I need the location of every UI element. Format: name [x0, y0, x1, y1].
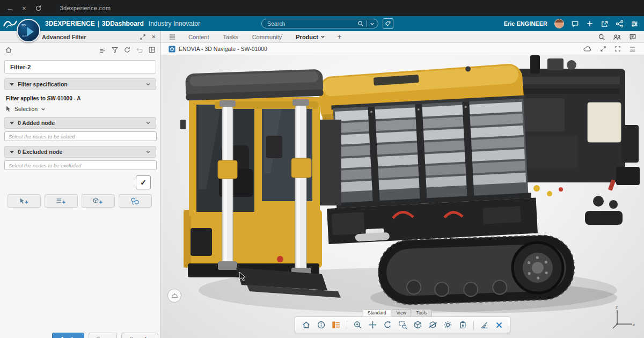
- cloud-icon[interactable]: [583, 46, 592, 52]
- zoom-in-icon[interactable]: [353, 320, 362, 329]
- compass-play-icon: [27, 27, 34, 36]
- gear-icon[interactable]: [443, 320, 452, 329]
- iso-view-icon[interactable]: [413, 320, 422, 329]
- tab-content[interactable]: Content: [181, 31, 216, 43]
- apply-button[interactable]: Apply: [52, 333, 84, 338]
- applies-to-text: Filter applies to SW-01000 - A: [6, 95, 160, 101]
- search-input[interactable]: [267, 20, 357, 27]
- chevron-down-icon: [320, 34, 325, 39]
- sync-icon[interactable]: [123, 46, 131, 54]
- chevron-down-icon[interactable]: [145, 120, 151, 126]
- 3d-viewport[interactable]: z x Standard View Tools: [161, 55, 644, 338]
- mode-tab-view[interactable]: View: [392, 309, 411, 317]
- add-list-button[interactable]: [45, 194, 78, 208]
- home-icon[interactable]: [5, 46, 12, 54]
- align-icon[interactable]: [99, 46, 106, 54]
- viewer-title: ENOVIA - 3D Navigate - SW-01000: [179, 46, 267, 52]
- app-name: 3DDashboard: [102, 20, 144, 27]
- tab-tasks[interactable]: Tasks: [216, 31, 245, 43]
- tab-community[interactable]: Community: [245, 31, 289, 43]
- save-as-button[interactable]: Save As: [121, 333, 158, 338]
- excluded-node-label: 0 Excluded node: [18, 149, 62, 155]
- browser-stop-icon[interactable]: ×: [22, 4, 26, 12]
- search-icon[interactable]: [598, 33, 605, 41]
- validate-button[interactable]: ✓: [136, 175, 151, 189]
- compass-badge[interactable]: 3D V,R: [17, 19, 40, 42]
- viewer-mode-tabs: Standard View Tools: [363, 309, 433, 317]
- section-caret-icon: [10, 83, 14, 86]
- brand-divider: |: [98, 20, 99, 27]
- added-node-section-header[interactable]: 0 Added node: [4, 117, 156, 129]
- layout-icon[interactable]: [148, 46, 156, 54]
- dashboard-context[interactable]: Industry Innovator: [149, 20, 200, 27]
- selection-dropdown[interactable]: Selection: [5, 106, 160, 112]
- zoom-area-icon[interactable]: [398, 320, 407, 329]
- added-node-input[interactable]: [4, 131, 157, 141]
- tab-product[interactable]: Product: [289, 31, 332, 43]
- search-icon[interactable]: [357, 20, 364, 27]
- panel-toolbar: [0, 43, 160, 57]
- filter-action-row: [8, 194, 160, 208]
- section-icon[interactable]: [428, 320, 437, 329]
- tag-button[interactable]: [383, 18, 393, 29]
- info-icon[interactable]: [317, 320, 326, 329]
- settings-icon[interactable]: [631, 20, 639, 28]
- toolbar-separator: [347, 321, 347, 329]
- machine-3d-model: [161, 55, 644, 338]
- dashboard-tab-bar: Content Tasks Community Product +: [161, 31, 644, 43]
- selection-label: Selection: [14, 106, 38, 112]
- excluded-node-input[interactable]: [4, 160, 157, 170]
- viewer-toolbar: Standard View Tools: [295, 309, 510, 333]
- brand-name: 3DEXPERIENCE: [45, 20, 95, 27]
- fullscreen-icon[interactable]: [614, 46, 621, 52]
- panel-title: Advanced Filter: [42, 34, 86, 40]
- model-tree-icon[interactable]: [332, 320, 341, 329]
- rotate-icon[interactable]: [383, 320, 392, 329]
- snapshot-icon[interactable]: [458, 320, 467, 329]
- tag-icon: [385, 20, 391, 27]
- browser-url[interactable]: 3dexperience.com: [60, 5, 111, 11]
- menu-icon[interactable]: [629, 46, 636, 52]
- pan-icon[interactable]: [368, 320, 377, 329]
- mode-tab-tools[interactable]: Tools: [412, 309, 432, 317]
- chat-icon[interactable]: [571, 20, 579, 28]
- filter-icon[interactable]: [111, 46, 119, 54]
- add-tab-button[interactable]: +: [332, 33, 347, 41]
- menu-icon[interactable]: [169, 34, 176, 40]
- browser-back-icon[interactable]: ←: [6, 4, 13, 12]
- comment-icon[interactable]: [629, 33, 636, 41]
- close-icon[interactable]: [495, 321, 503, 329]
- filter-name[interactable]: Filter-2: [4, 60, 156, 74]
- brand: 3DEXPERIENCE | 3DDashboard Industry Inno…: [45, 16, 200, 31]
- toolbar-separator: [473, 321, 474, 329]
- add-selection-button[interactable]: [8, 194, 41, 208]
- global-search[interactable]: [261, 19, 378, 28]
- add-product-button[interactable]: [82, 194, 115, 208]
- share-icon[interactable]: [601, 20, 609, 28]
- user-avatar[interactable]: [554, 19, 564, 28]
- measure-icon[interactable]: [480, 320, 489, 329]
- add-assembly-button[interactable]: [119, 194, 152, 208]
- user-name[interactable]: Eric ENGINEER: [504, 20, 547, 27]
- home-icon[interactable]: [302, 320, 311, 329]
- close-icon[interactable]: ×: [151, 33, 156, 41]
- share-network-icon[interactable]: [616, 20, 624, 28]
- search-options-chevron-icon[interactable]: [370, 21, 375, 26]
- chevron-down-icon[interactable]: [145, 149, 151, 155]
- chevron-down-icon[interactable]: [145, 82, 151, 87]
- compass-vr-label: V,R: [22, 34, 27, 38]
- undo-icon[interactable]: [136, 46, 143, 54]
- save-button[interactable]: Save: [89, 333, 118, 338]
- browser-refresh-icon[interactable]: [35, 5, 42, 12]
- excluded-node-section-header[interactable]: 0 Excluded node: [4, 146, 156, 158]
- filter-spec-section-header[interactable]: Filter specification: [4, 78, 156, 90]
- expand-icon[interactable]: [140, 34, 146, 40]
- panel-footer: Apply Save Save As: [52, 333, 158, 338]
- pointer-icon: [5, 106, 11, 112]
- helmet-button[interactable]: [167, 289, 181, 303]
- add-icon[interactable]: [586, 20, 594, 27]
- mode-tab-standard[interactable]: Standard: [363, 309, 391, 317]
- expand-icon[interactable]: [600, 46, 606, 52]
- users-icon[interactable]: [613, 33, 621, 41]
- axis-triad: z x: [611, 305, 635, 330]
